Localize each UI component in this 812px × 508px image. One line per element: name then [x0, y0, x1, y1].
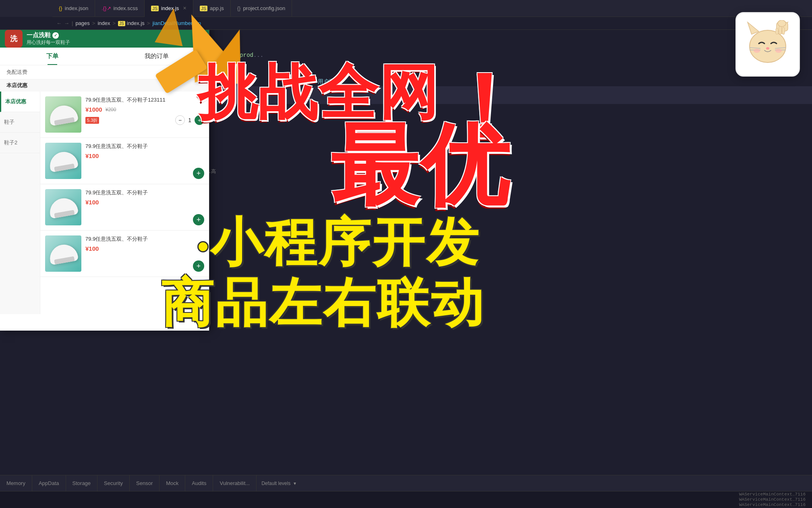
qty-row-1[interactable]: − 1 + [175, 115, 204, 125]
section-header: 本店优惠 [0, 79, 209, 92]
headphone-icon[interactable]: 🎧 [193, 33, 204, 44]
phone-simulator: iPhone 6/7/8 100%... 页面信息 ▾ 📌 🔊 ··· ●●●●… [0, 0, 209, 331]
category-item-shoes[interactable]: 鞋子 [0, 112, 40, 133]
devtools-tab-memory[interactable]: Memory [0, 475, 32, 491]
tab-index-json[interactable]: {} index.json [52, 0, 95, 17]
product-info-4: 79.9任意洗五双、不分鞋子 ¥100 [85, 235, 189, 252]
category-sidebar: 本店优惠 鞋子 鞋子2 [0, 92, 40, 314]
add-btn-4[interactable]: + [193, 260, 204, 272]
product-thumb-2 [45, 143, 81, 179]
category-item-all[interactable]: 本店优惠 [0, 92, 40, 112]
breadcrumb-indexjs[interactable]: JSindex.js [118, 20, 145, 26]
devtools-tab-sensor[interactable]: Sensor [130, 475, 160, 491]
product-thumb-3 [45, 189, 81, 225]
product-name-2: 79.9任意洗五双、不分鞋子 [85, 143, 189, 150]
config-icon: {} [237, 5, 241, 11]
devtools-tab-vulnerability[interactable]: Vulnerabilit... [213, 475, 257, 491]
mp-nav: 下单 我的订单 [0, 48, 209, 65]
mp-toolbar: 洗 一点洗鞋 ✓ 用心洗好每一双鞋子 🎧 [0, 30, 209, 48]
tab-label: index.scss [114, 5, 138, 11]
tab-index-scss[interactable]: .{}↗ index.scss [95, 0, 145, 17]
tab-index-js[interactable]: JS index.js ✕ [145, 0, 193, 17]
js-icon: JS [200, 6, 207, 11]
qty-minus-1[interactable]: − [175, 115, 185, 125]
json-icon: {} [59, 5, 62, 11]
log-entry-2: WAServiceMainContext…7116 [739, 497, 806, 502]
breadcrumb-index[interactable]: index [97, 20, 110, 26]
shoe-shape-icon [48, 196, 79, 219]
svg-point-1 [750, 30, 786, 62]
devtools-filter: Default levels ▾ [261, 481, 296, 486]
nav-myorders-label: 我的订单 [145, 52, 169, 60]
qty-plus-1[interactable]: + [195, 115, 204, 125]
order-link-text: 我的订单 [182, 69, 203, 76]
verified-icon: ✓ [52, 32, 59, 39]
devtools-tab-security[interactable]: Security [97, 475, 130, 491]
section-header-text: 本店优惠 [6, 82, 27, 88]
tab-app-js[interactable]: JS app.js [193, 0, 231, 17]
phone-frame: ●●●●● WeChat 📶 18:15 100% 🔋 洗 一点洗鞋 ✓ 用心洗… [0, 12, 209, 331]
tab-bar: {} index.json .{}↗ index.scss JS index.j… [0, 0, 812, 17]
shoe-shape-icon [48, 242, 79, 265]
tab-project-config[interactable]: {} project.config.json [231, 0, 292, 17]
product-info-3: 79.9任意洗五双、不分鞋子 ¥100 [85, 189, 189, 206]
mp-info: 一点洗鞋 ✓ 用心洗好每一双鞋子 [27, 31, 185, 46]
product-item-3: 79.9任意洗五双、不分鞋子 ¥100 + [40, 184, 209, 231]
breadcrumb-function[interactable]: jianDetailNumberTap [152, 20, 201, 26]
svg-point-10 [775, 49, 782, 53]
log-entry-3: WAServiceMainContext…7116 [739, 502, 806, 508]
breadcrumb-nav-forward[interactable]: → [64, 20, 69, 26]
category-item-shoes2[interactable]: 鞋子2 [0, 133, 40, 153]
svg-point-9 [754, 49, 760, 53]
category-label: 鞋子2 [4, 139, 17, 146]
devtools-tab-audits[interactable]: Audits [185, 475, 213, 491]
devtools-bar: Memory AppData Storage Security Sensor M… [0, 475, 812, 491]
svg-point-4 [766, 47, 769, 50]
mascot-face [744, 20, 792, 69]
price-row-4: ¥100 [85, 245, 189, 252]
scss-icon: .{}↗ [102, 5, 111, 11]
product-info-2: 79.9任意洗五双、不分鞋子 ¥100 [85, 143, 189, 159]
breadcrumb-pages[interactable]: pages [75, 20, 89, 26]
my-orders-link[interactable]: 🛒 我的订单 [174, 69, 203, 76]
shipping-text: 免配送费 [6, 69, 27, 76]
product-info-1: 79.9任意洗五双、不分鞋子123111 ¥1000 ¥200 5.3折 − 1… [85, 96, 204, 125]
mp-nav-myorders[interactable]: 我的订单 [105, 48, 209, 65]
product-thumb-4 [45, 235, 81, 272]
price-now-1: ¥1000 [85, 106, 102, 113]
bc-sep: | [72, 20, 73, 26]
shoe-shape-icon [48, 103, 79, 126]
breadcrumb-nav-back[interactable]: ← [56, 20, 62, 26]
product-name-4: 79.9任意洗五双、不分鞋子 [85, 235, 189, 243]
svg-point-15 [778, 20, 786, 27]
devtools-tab-appdata[interactable]: AppData [32, 475, 66, 491]
console-log-area: WAServiceMainContext…7116 WAServiceMainC… [739, 492, 812, 508]
tab-label: app.js [210, 5, 224, 11]
qty-num-1: 1 [188, 117, 191, 123]
shipping-bar: 免配送费 🛒 我的订单 [0, 65, 209, 79]
product-list: 79.9任意洗五双、不分鞋子123111 ¥1000 ¥200 5.3折 − 1… [40, 92, 209, 314]
discount-badge-1: 5.3折 [85, 117, 99, 124]
breadcrumb-bar: ← → | pages > index > JSindex.js > jianD… [0, 17, 812, 30]
js-icon: JS [151, 6, 159, 11]
devtools-tab-mock[interactable]: Mock [160, 475, 185, 491]
mp-name-text: 一点洗鞋 [27, 31, 51, 39]
category-product-list: 本店优惠 鞋子 鞋子2 79.9任意洗五双、不分鞋子123111 [0, 92, 209, 314]
mp-logo-icon: 洗 [10, 34, 17, 44]
add-btn-2[interactable]: + [193, 168, 204, 179]
action-row-1: 5.3折 − 1 + [85, 115, 204, 125]
add-btn-3[interactable]: + [193, 214, 204, 225]
mascot-avatar [735, 12, 800, 77]
price-now-3: ¥100 [85, 199, 99, 206]
mp-nav-order[interactable]: 下单 [0, 48, 105, 65]
filter-chevron-icon[interactable]: ▾ [294, 481, 296, 486]
price-row-3: ¥100 [85, 199, 189, 206]
tab-label: index.js [161, 5, 179, 11]
tab-label: project.config.json [243, 5, 285, 11]
tab-label: index.json [65, 5, 89, 11]
product-name-1: 79.9任意洗五双、不分鞋子123111 [85, 96, 204, 104]
devtools-tab-storage[interactable]: Storage [66, 475, 98, 491]
tab-close-icon[interactable]: ✕ [183, 6, 186, 11]
product-thumb-1 [45, 96, 81, 133]
price-now-4: ¥100 [85, 245, 99, 252]
